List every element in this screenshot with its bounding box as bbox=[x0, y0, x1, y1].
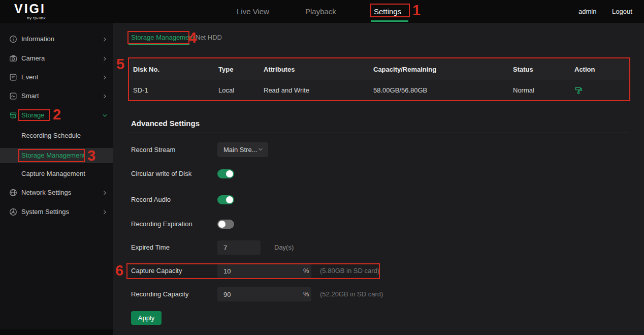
sidebar-item-label: Information bbox=[21, 32, 54, 47]
logout-link[interactable]: Logout bbox=[612, 0, 632, 23]
storage-icon bbox=[9, 111, 17, 119]
sidebar-item-label: Storage Management bbox=[21, 148, 85, 163]
sidebar-item-label: Event bbox=[21, 70, 38, 85]
record-stream-value: Main Stre... bbox=[223, 146, 257, 154]
sidebar: Information Camera bbox=[0, 23, 113, 329]
toggle-knob bbox=[226, 170, 233, 177]
sidebar-item-storage[interactable]: Storage bbox=[0, 108, 113, 123]
recording-expiration-label: Recording Expiration bbox=[131, 217, 192, 232]
chevron-right-icon bbox=[102, 93, 108, 100]
info-icon bbox=[9, 35, 17, 43]
table-row: SD-1 Local Read and Write 58.00GB/56.80G… bbox=[130, 79, 629, 101]
record-audio-toggle[interactable] bbox=[217, 195, 234, 204]
record-stream-row: Record Stream Main Stre... bbox=[113, 142, 644, 158]
expired-time-row: Expired Time Day(s) bbox=[113, 240, 644, 255]
recording-expiration-row: Recording Expiration bbox=[113, 217, 644, 232]
sidebar-item-capture-management[interactable]: Capture Management bbox=[0, 166, 113, 181]
sidebar-item-event[interactable]: Event bbox=[0, 70, 113, 85]
circular-write-toggle[interactable] bbox=[217, 169, 234, 178]
sidebar-item-label: Camera bbox=[21, 51, 45, 66]
record-stream-select[interactable]: Main Stre... bbox=[217, 142, 268, 157]
event-icon bbox=[9, 73, 17, 81]
cell-attributes: Read and Write bbox=[264, 86, 373, 94]
capture-capacity-note: (5.80GB in SD card) bbox=[320, 263, 379, 279]
recording-capacity-row: Recording Capacity % (52.20GB in SD card… bbox=[113, 287, 644, 302]
user-name[interactable]: admin bbox=[578, 0, 596, 23]
sidebar-item-information[interactable]: Information bbox=[0, 32, 113, 47]
sidebar-item-label: Recording Schedule bbox=[21, 128, 81, 143]
cell-type: Local bbox=[218, 86, 264, 94]
record-audio-row: Record Audio bbox=[113, 192, 644, 207]
sidebar-item-label: System Settings bbox=[21, 204, 69, 220]
record-audio-label: Record Audio bbox=[131, 192, 171, 207]
chevron-right-icon bbox=[102, 74, 108, 81]
expired-time-label: Expired Time bbox=[131, 240, 170, 255]
cell-disk-no: SD-1 bbox=[133, 86, 218, 94]
format-roller-icon[interactable] bbox=[574, 86, 629, 95]
chevron-right-icon bbox=[102, 190, 108, 196]
chevron-down-icon bbox=[257, 146, 264, 153]
circular-write-label: Circular write of Disk bbox=[131, 166, 191, 181]
sidebar-item-recording-schedule[interactable]: Recording Schedule bbox=[0, 128, 113, 143]
col-disk-no: Disk No. bbox=[133, 66, 218, 73]
toggle-knob bbox=[218, 221, 226, 228]
chevron-right-icon bbox=[102, 209, 108, 216]
recording-expiration-toggle[interactable] bbox=[217, 220, 234, 229]
circular-write-row: Circular write of Disk bbox=[113, 166, 644, 181]
col-action: Action bbox=[574, 66, 629, 73]
capture-capacity-input[interactable] bbox=[217, 264, 311, 278]
expired-time-input[interactable] bbox=[217, 240, 261, 255]
logo-tagline: by tp-link bbox=[14, 16, 46, 20]
logo-text: VIGI bbox=[14, 3, 46, 15]
nav-active-underline bbox=[371, 20, 408, 22]
capture-capacity-label: Capture Capacity bbox=[131, 263, 182, 279]
capture-capacity-row: Capture Capacity % (5.80GB in SD card) bbox=[113, 263, 644, 279]
top-bar: VIGI by tp-link Live View Playback Setti… bbox=[0, 0, 644, 23]
toggle-knob bbox=[226, 196, 233, 203]
tab-active-underline bbox=[128, 44, 189, 45]
main-content: Storage Management Net HDD Disk No. Type… bbox=[113, 23, 644, 335]
col-type: Type bbox=[218, 66, 264, 73]
sidebar-item-smart[interactable]: Smart bbox=[0, 88, 113, 104]
sidebar-item-camera[interactable]: Camera bbox=[0, 51, 113, 66]
disk-table-header: Disk No. Type Attributes Capacity/Remain… bbox=[130, 59, 629, 79]
recording-capacity-unit: % bbox=[303, 287, 309, 302]
nav-live-view[interactable]: Live View bbox=[237, 0, 269, 23]
tab-net-hdd[interactable]: Net HDD bbox=[196, 34, 222, 41]
tab-storage-management[interactable]: Storage Management bbox=[131, 34, 195, 41]
recording-capacity-note: (52.20GB in SD card) bbox=[320, 287, 383, 302]
section-divider bbox=[130, 133, 629, 133]
sidebar-item-system-settings[interactable]: System Settings bbox=[0, 204, 113, 220]
sidebar-item-label: Network Settings bbox=[21, 185, 71, 200]
cell-status: Normal bbox=[513, 86, 574, 94]
disk-table: Disk No. Type Attributes Capacity/Remain… bbox=[130, 59, 629, 101]
recording-capacity-input[interactable] bbox=[217, 287, 311, 301]
cell-capacity: 58.00GB/56.80GB bbox=[373, 86, 513, 94]
chevron-down-icon bbox=[102, 112, 108, 119]
camera-icon bbox=[9, 54, 17, 63]
col-attributes: Attributes bbox=[264, 66, 373, 73]
system-gear-icon bbox=[9, 208, 17, 216]
advanced-settings-title: Advanced Settings bbox=[131, 119, 200, 128]
chevron-right-icon bbox=[102, 36, 108, 43]
sidebar-item-network-settings[interactable]: Network Settings bbox=[0, 185, 113, 200]
sidebar-item-label: Capture Management bbox=[21, 166, 85, 181]
col-status: Status bbox=[513, 66, 574, 73]
capture-capacity-unit: % bbox=[303, 263, 309, 279]
sidebar-item-storage-management[interactable]: Storage Management bbox=[0, 148, 113, 163]
vigi-settings-screen: VIGI by tp-link Live View Playback Setti… bbox=[0, 0, 644, 335]
nav-settings[interactable]: Settings bbox=[374, 0, 401, 23]
apply-button[interactable]: Apply bbox=[131, 311, 162, 325]
sidebar-item-label: Smart bbox=[21, 88, 39, 104]
globe-icon bbox=[9, 189, 17, 197]
col-capacity: Capacity/Remaining bbox=[373, 66, 513, 73]
sidebar-item-label: Storage bbox=[21, 108, 45, 123]
smart-icon bbox=[9, 92, 17, 100]
recording-capacity-label: Recording Capacity bbox=[131, 287, 188, 302]
expired-time-suffix: Day(s) bbox=[274, 240, 294, 255]
vigi-logo[interactable]: VIGI by tp-link bbox=[14, 3, 46, 20]
chevron-right-icon bbox=[102, 55, 108, 62]
record-stream-label: Record Stream bbox=[131, 142, 175, 158]
nav-playback[interactable]: Playback bbox=[305, 0, 336, 23]
